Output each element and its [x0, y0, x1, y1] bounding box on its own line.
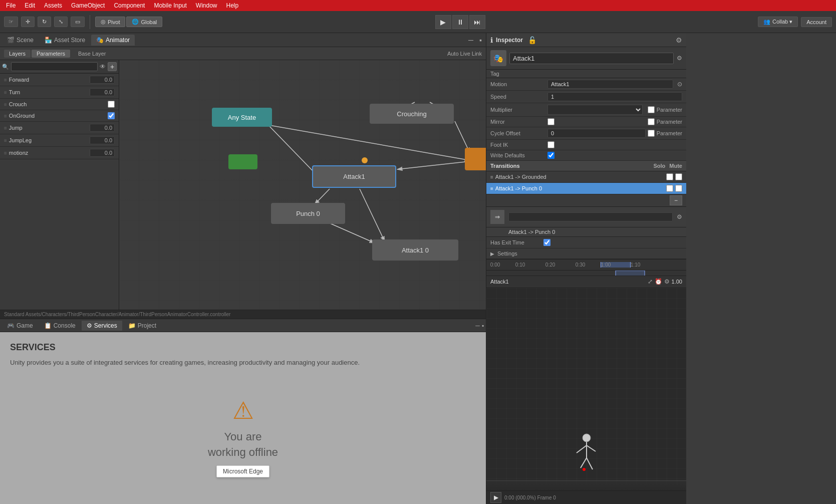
cycle-offset-label: Cycle Offset — [490, 130, 545, 136]
settings-triangle-icon: ▶ — [490, 251, 494, 257]
play-button[interactable]: ▶ — [435, 15, 451, 29]
attack10-node[interactable]: Attack1 0 — [372, 239, 458, 261]
menu-gameobject[interactable]: GameObject — [67, 1, 109, 10]
rect-tool-button[interactable]: ▭ — [71, 17, 85, 27]
inspector-foot-ik-row: Foot IK — [486, 140, 686, 150]
animator-graph[interactable]: Any State Crouching Grounded Attack1 Pun… — [119, 60, 486, 310]
transition-2-solo[interactable] — [666, 185, 673, 192]
attack1-node[interactable]: Attack1 — [312, 165, 396, 188]
params-eye-button[interactable]: 👁 — [100, 63, 106, 70]
param-forward-value[interactable] — [90, 76, 115, 84]
grounded-node[interactable]: Grounded — [465, 148, 486, 170]
transition-2-mute[interactable] — [675, 185, 682, 192]
speed-value-input[interactable] — [547, 92, 682, 101]
motion-dot-button[interactable]: ⊙ — [677, 81, 682, 88]
inspector-cycle-offset-row: Cycle Offset Parameter — [486, 127, 686, 140]
menu-file[interactable]: File — [2, 1, 20, 10]
account-button[interactable]: Account — [801, 17, 832, 27]
svg-line-15 — [577, 445, 587, 453]
preview-clock-button[interactable]: ⏰ — [655, 278, 662, 285]
transition-1-mute[interactable] — [675, 173, 682, 180]
mirror-checkbox[interactable] — [547, 118, 554, 125]
punch0-node[interactable]: Punch 0 — [271, 203, 345, 224]
auto-live-link[interactable]: Auto Live Link — [447, 51, 482, 57]
inspector-panel: ℹ Inspector 🔓 ⚙ 🎭 ⚙ Tag Motion ⊙ — [486, 33, 686, 504]
ruler-mark-2: 0:20 — [545, 262, 576, 268]
param-turn-value[interactable] — [90, 88, 115, 96]
param-onground-checkbox[interactable] — [108, 112, 115, 119]
tab-asset-store[interactable]: 🏪 Asset Store — [40, 35, 90, 46]
params-add-button[interactable]: + — [108, 62, 117, 71]
menu-mobile-input[interactable]: Mobile Input — [150, 1, 190, 10]
pivot-button[interactable]: ◎ Pivot — [95, 17, 125, 27]
transition-attack1-grounded[interactable]: ≡ Attack1 -> Grounded — [486, 171, 686, 183]
svg-point-19 — [583, 468, 586, 471]
motion-value-input[interactable] — [547, 80, 673, 89]
transition-1-solo[interactable] — [666, 173, 673, 180]
trans-detail-gear[interactable]: ⚙ — [677, 213, 682, 220]
tab-project[interactable]: 📁 Project — [123, 321, 161, 331]
bottom-minimize-icon[interactable]: ─ — [475, 322, 480, 329]
bottom-maximize-icon[interactable]: ▪ — [482, 322, 484, 329]
scale-tool-button[interactable]: ⤡ — [54, 17, 68, 27]
animator-layer-param-tabs: Layers Parameters — [4, 50, 70, 58]
foot-ik-checkbox[interactable] — [547, 141, 554, 148]
transition-attack1-punch0[interactable]: ≡ Attack1 -> Punch 0 — [486, 183, 686, 194]
menu-window[interactable]: Window — [192, 1, 221, 10]
multiplier-dropdown[interactable] — [547, 105, 643, 115]
inspector-gear-button[interactable]: ⚙ — [676, 36, 682, 44]
step-button[interactable]: ⏭ — [469, 15, 485, 29]
crouching-node[interactable]: Crouching — [370, 104, 454, 124]
layers-tab[interactable]: Layers — [4, 50, 31, 58]
anystate-node[interactable]: Any State — [212, 108, 272, 127]
tab-controls: ─ ▪ — [466, 36, 484, 44]
inspector-name-input[interactable] — [509, 53, 674, 64]
preview-settings-button[interactable]: ⚙ — [664, 278, 670, 285]
tab-services[interactable]: ⚙ Services — [82, 321, 122, 331]
hand-tool-button[interactable]: ☞ — [4, 17, 18, 27]
waveform-area — [486, 271, 686, 276]
inspector-scroll[interactable]: 🎭 ⚙ Tag Motion ⊙ Speed Multiplier — [486, 47, 686, 276]
rotate-tool-button[interactable]: ↻ — [38, 17, 51, 27]
tab-animator[interactable]: 🎭 Animator — [91, 35, 135, 46]
mirror-param-checkbox[interactable] — [648, 118, 655, 125]
tab-console[interactable]: 📋 Console — [39, 321, 81, 331]
pause-button[interactable]: ⏸ — [452, 15, 468, 29]
transitions-header: Transitions Solo Mute — [486, 161, 686, 171]
param-crouch-checkbox[interactable] — [108, 101, 115, 108]
entry-node[interactable] — [228, 154, 257, 169]
cycle-offset-param-checkbox[interactable] — [648, 130, 655, 137]
tab-minimize-button[interactable]: ─ — [466, 36, 475, 44]
has-exit-time-checkbox[interactable] — [543, 239, 550, 246]
transition-arrow-1: ≡ — [490, 174, 493, 180]
cycle-offset-input[interactable] — [547, 129, 646, 138]
params-search-input[interactable] — [11, 62, 98, 71]
transition-delete-button[interactable]: − — [670, 195, 682, 205]
preview-play-button[interactable]: ▶ — [490, 492, 501, 503]
param-jump-value[interactable] — [90, 124, 115, 132]
inspector-mirror-row: Mirror Parameter — [486, 117, 686, 127]
param-motionz-value[interactable] — [90, 149, 115, 157]
global-button[interactable]: 🌐 Global — [126, 17, 162, 27]
param-jump: ≡ Jump — [0, 122, 119, 134]
menu-help[interactable]: Help — [222, 1, 243, 10]
settings-row[interactable]: ▶ Settings — [486, 248, 686, 259]
preview-speed-label: 1.00 — [672, 279, 682, 285]
tab-maximize-button[interactable]: ▪ — [477, 36, 484, 44]
parameters-tab[interactable]: Parameters — [32, 50, 70, 58]
move-tool-button[interactable]: ✛ — [21, 17, 35, 27]
menu-assets[interactable]: Assets — [40, 1, 66, 10]
preview-fit-button[interactable]: ⤢ — [648, 278, 653, 285]
write-defaults-checkbox[interactable] — [547, 152, 554, 159]
menu-component[interactable]: Component — [110, 1, 149, 10]
inspector-lock-button[interactable]: 🔓 — [528, 36, 536, 44]
menu-edit[interactable]: Edit — [21, 1, 39, 10]
trans-detail-input[interactable] — [508, 212, 673, 221]
inspector-name-gear[interactable]: ⚙ — [677, 55, 682, 62]
multiplier-param-checkbox[interactable] — [648, 106, 655, 113]
param-onground-label: OnGround — [9, 113, 108, 119]
collab-button[interactable]: 👥 Collab ▾ — [758, 17, 798, 27]
tab-game[interactable]: 🎮 Game — [2, 321, 38, 331]
tab-scene[interactable]: 🎬 Scene — [2, 35, 39, 46]
param-jumpleg-value[interactable] — [90, 136, 115, 144]
